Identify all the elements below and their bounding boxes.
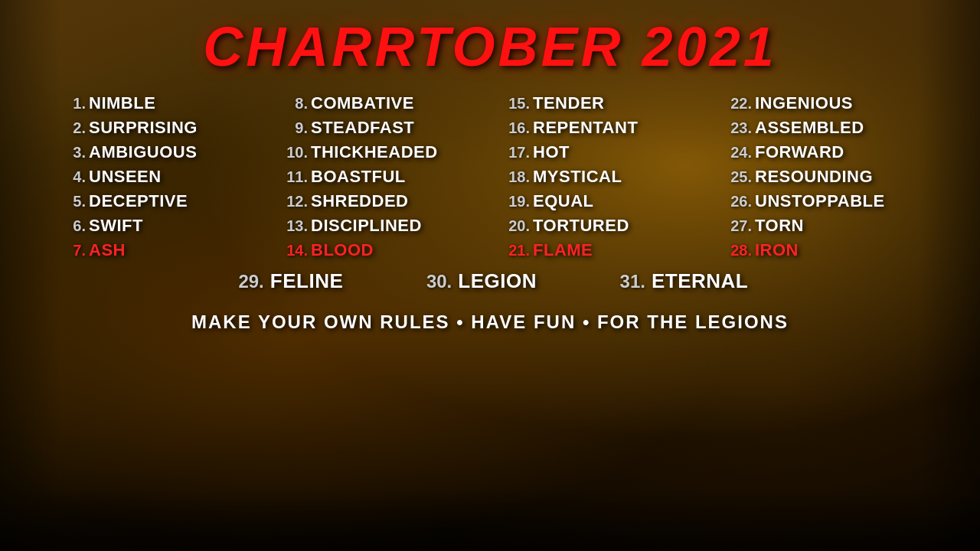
item-number: 15. (498, 95, 530, 112)
list-item: 26.UNSTOPPABLE (720, 191, 926, 211)
list-item: 9.STEADFAST (276, 118, 482, 138)
item-label: ASSEMBLED (755, 118, 864, 138)
item-number: 6. (54, 217, 86, 235)
list-item: 4.UNSEEN (54, 167, 260, 187)
item-label: LEGION (458, 269, 537, 293)
list-item: 22.INGENIOUS (720, 93, 926, 113)
column-4: 22.INGENIOUS23.ASSEMBLED24.FORWARD25.RES… (712, 93, 934, 260)
list-item: 24.FORWARD (720, 142, 926, 162)
item-label: FORWARD (755, 142, 844, 162)
list-container: 1.NIMBLE2.SURPRISING3.AMBIGUOUS4.UNSEEN5… (0, 93, 980, 293)
list-item: 17.HOT (498, 142, 704, 162)
item-label: MYSTICAL (533, 167, 622, 187)
list-item: 1.NIMBLE (54, 93, 260, 113)
bottom-row: 29.FELINE30.LEGION31.ETERNAL (31, 269, 949, 293)
item-label: BOASTFUL (311, 167, 406, 187)
list-item: 11.BOASTFUL (276, 167, 482, 187)
item-label: EQUAL (533, 191, 594, 211)
item-label: UNSEEN (89, 167, 162, 187)
list-item: 3.AMBIGUOUS (54, 142, 260, 162)
item-number: 25. (720, 168, 752, 186)
list-item: 8.COMBATIVE (276, 93, 482, 113)
item-number: 23. (720, 119, 752, 137)
list-item: 21.FLAME (498, 240, 704, 260)
list-item: 15.TENDER (498, 93, 704, 113)
list-item: 13.DISCIPLINED (276, 216, 482, 236)
column-3: 15.TENDER16.REPENTANT17.HOT18.MYSTICAL19… (490, 93, 712, 260)
bottom-list-item: 30.LEGION (420, 269, 537, 293)
item-number: 31. (613, 271, 645, 292)
item-label: SHREDDED (311, 191, 408, 211)
item-label: COMBATIVE (311, 93, 414, 113)
item-number: 30. (420, 271, 452, 292)
page-title: CHARRTOBER 2021 (203, 15, 777, 78)
list-item: 19.EQUAL (498, 191, 704, 211)
item-label: REPENTANT (533, 118, 638, 138)
list-item: 2.SURPRISING (54, 118, 260, 138)
item-number: 12. (276, 193, 308, 210)
list-item: 7.ASH (54, 240, 260, 260)
bottom-list-item: 31.ETERNAL (613, 269, 748, 293)
item-number: 1. (54, 95, 86, 112)
item-number: 24. (720, 144, 752, 161)
list-item: 28.IRON (720, 240, 926, 260)
item-label: AMBIGUOUS (89, 142, 197, 162)
list-item: 12.SHREDDED (276, 191, 482, 211)
item-label: THICKHEADED (311, 142, 438, 162)
item-number: 8. (276, 95, 308, 112)
item-label: DECEPTIVE (89, 191, 188, 211)
item-label: TORN (755, 216, 804, 236)
item-number: 3. (54, 144, 86, 161)
item-number: 7. (54, 242, 86, 259)
item-label: IRON (755, 240, 799, 260)
item-number: 17. (498, 144, 530, 161)
item-label: SWIFT (89, 216, 143, 236)
content: CHARRTOBER 2021 1.NIMBLE2.SURPRISING3.AM… (0, 0, 980, 551)
item-number: 4. (54, 168, 86, 186)
column-1: 1.NIMBLE2.SURPRISING3.AMBIGUOUS4.UNSEEN5… (46, 93, 268, 260)
item-number: 9. (276, 119, 308, 137)
list-item: 20.TORTURED (498, 216, 704, 236)
list-item: 16.REPENTANT (498, 118, 704, 138)
item-number: 29. (232, 271, 264, 292)
item-label: BLOOD (311, 240, 374, 260)
list-item: 23.ASSEMBLED (720, 118, 926, 138)
item-label: HOT (533, 142, 570, 162)
item-label: STEADFAST (311, 118, 414, 138)
item-label: SURPRISING (89, 118, 198, 138)
list-item: 25.RESOUNDING (720, 167, 926, 187)
item-number: 26. (720, 193, 752, 210)
list-item: 10.THICKHEADED (276, 142, 482, 162)
list-item: 6.SWIFT (54, 216, 260, 236)
list-item: 14.BLOOD (276, 240, 482, 260)
item-number: 5. (54, 193, 86, 210)
item-label: TENDER (533, 93, 604, 113)
item-number: 16. (498, 119, 530, 137)
item-number: 2. (54, 119, 86, 137)
item-label: UNSTOPPABLE (755, 191, 885, 211)
item-label: TORTURED (533, 216, 629, 236)
item-label: DISCIPLINED (311, 216, 422, 236)
bottom-list-item: 29.FELINE (232, 269, 343, 293)
item-number: 20. (498, 217, 530, 235)
item-number: 10. (276, 144, 308, 161)
item-label: ETERNAL (652, 269, 748, 293)
item-label: NIMBLE (89, 93, 155, 113)
tagline: MAKE YOUR OWN RULES • HAVE FUN • FOR THE… (191, 311, 789, 333)
item-label: INGENIOUS (755, 93, 853, 113)
item-label: FLAME (533, 240, 593, 260)
item-number: 18. (498, 168, 530, 186)
item-number: 27. (720, 217, 752, 235)
main-grid: 1.NIMBLE2.SURPRISING3.AMBIGUOUS4.UNSEEN5… (31, 93, 949, 260)
item-number: 13. (276, 217, 308, 235)
item-label: RESOUNDING (755, 167, 873, 187)
item-label: FELINE (270, 269, 343, 293)
item-number: 28. (720, 242, 752, 259)
item-label: ASH (89, 240, 126, 260)
list-item: 27.TORN (720, 216, 926, 236)
item-number: 14. (276, 242, 308, 259)
item-number: 11. (276, 168, 308, 186)
item-number: 19. (498, 193, 530, 210)
column-2: 8.COMBATIVE9.STEADFAST10.THICKHEADED11.B… (268, 93, 490, 260)
item-number: 21. (498, 242, 530, 259)
